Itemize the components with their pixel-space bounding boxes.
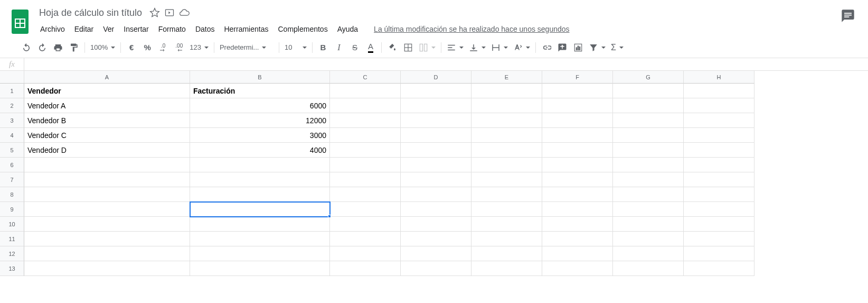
cell-H1[interactable] (684, 84, 754, 98)
cell-E7[interactable] (471, 172, 542, 187)
column-header-B[interactable]: B (190, 71, 330, 84)
cell-G12[interactable] (613, 246, 684, 261)
cell-C3[interactable] (330, 113, 401, 128)
row-header-10[interactable]: 10 (0, 217, 24, 232)
cell-F12[interactable] (542, 246, 613, 261)
menu-formato[interactable]: Formato (154, 23, 190, 35)
cell-D2[interactable] (401, 98, 471, 113)
cell-G10[interactable] (613, 217, 684, 232)
font-size-select[interactable]: 10 (282, 40, 309, 55)
cell-B8[interactable] (190, 187, 330, 202)
cell-G3[interactable] (613, 113, 684, 128)
cell-D4[interactable] (401, 128, 471, 143)
insert-link-button[interactable] (539, 40, 554, 55)
cell-A3[interactable]: Vendedor B (24, 113, 190, 128)
cell-D12[interactable] (401, 246, 471, 261)
row-header-1[interactable]: 1 (0, 84, 24, 98)
cell-A11[interactable] (24, 232, 190, 246)
cell-E5[interactable] (471, 143, 542, 158)
cell-G6[interactable] (613, 158, 684, 172)
cell-G9[interactable] (613, 202, 684, 217)
cell-B13[interactable] (190, 261, 330, 276)
cell-H7[interactable] (684, 172, 754, 187)
cell-C12[interactable] (330, 246, 401, 261)
cell-F9[interactable] (542, 202, 613, 217)
cell-A6[interactable] (24, 158, 190, 172)
cell-E2[interactable] (471, 98, 542, 113)
cell-B11[interactable] (190, 232, 330, 246)
cell-D6[interactable] (401, 158, 471, 172)
menu-ver[interactable]: Ver (99, 23, 118, 35)
cell-B1[interactable]: Facturación (190, 84, 330, 98)
cell-A9[interactable] (24, 202, 190, 217)
cell-E11[interactable] (471, 232, 542, 246)
print-button[interactable] (51, 40, 65, 55)
cell-F8[interactable] (542, 187, 613, 202)
strikethrough-button[interactable]: S (347, 40, 362, 55)
number-format-select[interactable]: 123 (187, 40, 211, 55)
cell-H13[interactable] (684, 261, 754, 276)
star-icon[interactable] (149, 7, 160, 18)
cell-C6[interactable] (330, 158, 401, 172)
cell-A13[interactable] (24, 261, 190, 276)
cell-A12[interactable] (24, 246, 190, 261)
insert-chart-button[interactable] (571, 40, 586, 55)
menu-ayuda[interactable]: Ayuda (333, 23, 362, 35)
cell-H8[interactable] (684, 187, 754, 202)
row-header-6[interactable]: 6 (0, 158, 24, 172)
select-all-corner[interactable] (0, 71, 24, 84)
cell-G11[interactable] (613, 232, 684, 246)
cell-G8[interactable] (613, 187, 684, 202)
cell-A10[interactable] (24, 217, 190, 232)
zoom-select[interactable]: 100% (88, 40, 117, 55)
cell-F7[interactable] (542, 172, 613, 187)
cell-F2[interactable] (542, 98, 613, 113)
cell-E4[interactable] (471, 128, 542, 143)
cell-C10[interactable] (330, 217, 401, 232)
last-edit-link[interactable]: La última modificación se ha realizado h… (374, 25, 569, 33)
menu-editar[interactable]: Editar (70, 23, 98, 35)
cell-B6[interactable] (190, 158, 330, 172)
cell-F1[interactable] (542, 84, 613, 98)
insert-comment-button[interactable] (555, 40, 570, 55)
menu-insertar[interactable]: Insertar (119, 23, 153, 35)
formula-input[interactable] (24, 58, 868, 70)
row-header-9[interactable]: 9 (0, 202, 24, 217)
cell-D7[interactable] (401, 172, 471, 187)
cell-C7[interactable] (330, 172, 401, 187)
decrease-decimal-button[interactable]: .0 (156, 40, 171, 55)
column-header-H[interactable]: H (684, 71, 754, 84)
paint-format-button[interactable] (67, 40, 81, 55)
cell-H9[interactable] (684, 202, 754, 217)
cell-H12[interactable] (684, 246, 754, 261)
cell-F11[interactable] (542, 232, 613, 246)
row-header-7[interactable]: 7 (0, 172, 24, 187)
cell-G4[interactable] (613, 128, 684, 143)
cell-D13[interactable] (401, 261, 471, 276)
row-header-8[interactable]: 8 (0, 187, 24, 202)
cell-B5[interactable]: 4000 (190, 143, 330, 158)
cell-D5[interactable] (401, 143, 471, 158)
document-title[interactable]: Hoja de cálculo sin título (36, 6, 145, 20)
functions-button[interactable]: Σ (609, 40, 626, 55)
text-wrap-button[interactable] (489, 40, 510, 55)
cell-E12[interactable] (471, 246, 542, 261)
cell-A4[interactable]: Vendedor C (24, 128, 190, 143)
column-header-F[interactable]: F (542, 71, 613, 84)
increase-decimal-button[interactable]: .00 (172, 40, 186, 55)
cell-D8[interactable] (401, 187, 471, 202)
sheets-logo[interactable] (4, 4, 36, 36)
cell-C13[interactable] (330, 261, 401, 276)
cell-G2[interactable] (613, 98, 684, 113)
cell-F6[interactable] (542, 158, 613, 172)
cell-G5[interactable] (613, 143, 684, 158)
cell-H2[interactable] (684, 98, 754, 113)
row-header-2[interactable]: 2 (0, 98, 24, 113)
cell-B9[interactable] (190, 202, 330, 217)
vertical-align-button[interactable] (467, 40, 488, 55)
cell-H5[interactable] (684, 143, 754, 158)
cell-A2[interactable]: Vendedor A (24, 98, 190, 113)
cell-F4[interactable] (542, 128, 613, 143)
menu-archivo[interactable]: Archivo (36, 23, 69, 35)
row-header-12[interactable]: 12 (0, 246, 24, 261)
